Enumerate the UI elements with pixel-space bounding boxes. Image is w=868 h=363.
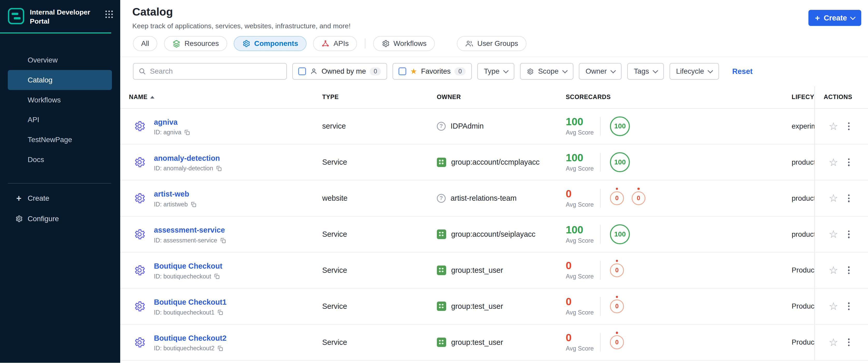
sidebar-item-docs[interactable]: Docs: [0, 150, 120, 170]
column-header-owner[interactable]: OWNER: [437, 94, 566, 100]
apps-grid-icon[interactable]: [105, 10, 114, 19]
type-cell: Service: [322, 230, 437, 239]
tab-apis[interactable]: APIs: [313, 36, 357, 51]
favorites-checkbox[interactable]: [399, 67, 406, 75]
brand-accent-bar: [0, 32, 111, 33]
avg-score-value: 0: [566, 260, 598, 271]
sidebar-item-catalog[interactable]: Catalog: [8, 70, 112, 90]
favorite-star-icon[interactable]: ☆: [829, 265, 838, 276]
scorecard-badge[interactable]: 100: [610, 116, 630, 137]
reset-filters-link[interactable]: Reset: [732, 67, 753, 76]
filter-owner-dropdown[interactable]: Owner: [579, 63, 622, 80]
scorecard-badge[interactable]: 0: [610, 335, 624, 349]
owner-cell: group:account/ccmplayacc: [437, 158, 566, 167]
owned-by-me-checkbox[interactable]: [298, 67, 306, 75]
scorecard-badge[interactable]: 0: [610, 300, 624, 313]
copy-icon[interactable]: [214, 273, 220, 279]
plus-icon: +: [815, 14, 820, 22]
scorecard-badge[interactable]: 100: [610, 152, 630, 172]
entity-name-link[interactable]: assessment-service: [154, 226, 225, 234]
main-content: Catalog Keep track of applications, serv…: [120, 0, 868, 363]
create-button[interactable]: + Create: [808, 10, 862, 26]
scorecards-divider: [600, 117, 600, 136]
component-kind-icon: [133, 192, 146, 204]
tab-workflows[interactable]: Workflows: [373, 36, 435, 51]
copy-icon[interactable]: [217, 309, 223, 315]
entity-name-link[interactable]: anomaly-detection: [154, 154, 220, 162]
favorite-star-icon[interactable]: ☆: [829, 193, 838, 204]
component-kind-icon: [133, 156, 146, 168]
avg-score-label: Avg Score: [566, 309, 598, 316]
filter-tags-dropdown[interactable]: Tags: [627, 63, 664, 80]
sidebar-item-overview[interactable]: Overview: [0, 50, 120, 70]
type-cell: Service: [322, 302, 437, 311]
row-menu-icon[interactable]: [847, 193, 851, 203]
row-menu-icon[interactable]: [847, 301, 851, 311]
avg-score-block: 100 Avg Score: [566, 152, 598, 172]
column-header-scorecards[interactable]: SCORECARDS: [566, 94, 792, 100]
copy-icon[interactable]: [184, 129, 190, 135]
copy-icon[interactable]: [220, 238, 226, 244]
entity-name-link[interactable]: Boutique Checkout1: [154, 298, 226, 306]
entity-name-link[interactable]: agniva: [154, 118, 178, 126]
row-menu-icon[interactable]: [847, 121, 851, 131]
favorite-star-icon[interactable]: ☆: [829, 301, 838, 312]
sidebar-item-workflows[interactable]: Workflows: [0, 90, 120, 110]
avg-score-block: 0 Avg Score: [566, 332, 598, 352]
favorite-star-icon[interactable]: ☆: [829, 229, 838, 240]
copy-icon[interactable]: [217, 345, 223, 352]
owner-cell: group:test_user: [437, 338, 566, 347]
tab-label: APIs: [334, 39, 349, 48]
dropdown-label: Owner: [586, 67, 607, 75]
page-title: Catalog: [132, 5, 351, 18]
row-menu-icon[interactable]: [847, 157, 851, 167]
favorite-star-icon[interactable]: ☆: [829, 121, 838, 132]
column-header-type[interactable]: TYPE: [322, 94, 437, 100]
scorecard-badge[interactable]: 100: [610, 224, 630, 244]
filter-owned-by-me[interactable]: Owned by me 0: [292, 63, 387, 80]
copy-icon[interactable]: [216, 165, 222, 172]
favorite-star-icon[interactable]: ☆: [829, 157, 838, 168]
tab-components[interactable]: Components: [234, 36, 306, 51]
scorecard-badge[interactable]: 0: [610, 264, 624, 277]
favorite-star-icon[interactable]: ☆: [829, 337, 838, 348]
table-body: agniva ID: agniva: [120, 109, 868, 361]
search-input[interactable]: [150, 67, 281, 75]
filter-lifecycle-dropdown[interactable]: Lifecycle: [670, 63, 719, 80]
column-header-name[interactable]: NAME: [129, 94, 322, 100]
tab-label: Resources: [184, 39, 219, 48]
copy-icon[interactable]: [190, 202, 197, 208]
sidebar-item-testnewpage[interactable]: TestNewPage: [0, 130, 120, 150]
tab-resources[interactable]: Resources: [164, 36, 227, 51]
entity-name-link[interactable]: Boutique Checkout: [154, 262, 222, 270]
tab-all[interactable]: All: [133, 36, 158, 51]
sidebar-create-button[interactable]: + Create: [0, 188, 120, 209]
table-row: assessment-service ID: assessment-servic…: [120, 216, 868, 252]
tab-label: All: [141, 39, 149, 48]
dropdown-label: Tags: [634, 67, 649, 75]
entity-name-link[interactable]: Boutique Checkout2: [154, 334, 226, 342]
tab-user-groups[interactable]: User Groups: [457, 36, 526, 51]
sidebar-item-api[interactable]: API: [0, 110, 120, 130]
search-icon: [138, 67, 146, 75]
scorecard-badge[interactable]: 0: [610, 191, 624, 205]
owner-name: IDPAdmin: [451, 122, 484, 130]
filter-scope-dropdown[interactable]: Scope: [520, 63, 574, 80]
row-menu-icon[interactable]: [847, 265, 851, 275]
scorecard-badge[interactable]: 0: [632, 191, 645, 205]
create-button-label: Create: [824, 14, 847, 22]
sidebar-configure-button[interactable]: Configure: [0, 209, 120, 229]
api-icon: [321, 39, 330, 48]
row-menu-icon[interactable]: [847, 337, 851, 347]
scorecard-badges: 0 0: [610, 191, 645, 205]
owner-icon: [437, 158, 446, 167]
avg-score-label: Avg Score: [566, 273, 598, 280]
brand-title: Internal Developer Portal: [30, 8, 92, 26]
row-menu-icon[interactable]: [847, 229, 851, 239]
filter-type-dropdown[interactable]: Type: [477, 63, 514, 80]
filter-favorites[interactable]: ★ Favorites 0: [393, 63, 471, 80]
scorecards-divider: [600, 297, 600, 316]
entity-name-link[interactable]: artist-web: [154, 190, 189, 198]
scorecards-cell: 0 Avg Score 0 0: [566, 188, 792, 208]
avg-score-block: 100 Avg Score: [566, 224, 598, 244]
